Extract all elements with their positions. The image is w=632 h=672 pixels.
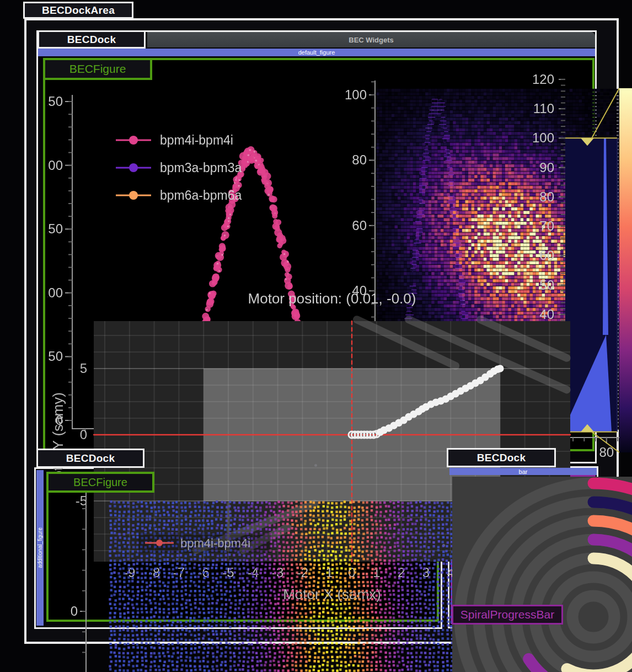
top-figure-label: BECFigure xyxy=(43,58,152,80)
bottom-left-figure-label: BECFigure xyxy=(46,472,154,493)
top-dock-subtitle-text: default_figure xyxy=(298,49,335,56)
bottom-right-dock-subtitle-bar[interactable]: bar xyxy=(449,468,597,475)
spiral-widget-label-text: SpiralProgressBar xyxy=(460,608,554,621)
top-dock-title-bar[interactable]: BEC Widgets xyxy=(147,32,595,47)
bottom-left-dock-label: BECDock xyxy=(36,449,144,468)
bottom-left-dock-label-text: BECDock xyxy=(66,452,115,465)
top-figure-label-text: BECFigure xyxy=(69,62,126,76)
spiral-progress-bar[interactable] xyxy=(452,477,632,672)
top-dock-label-text: BECDock xyxy=(67,34,116,46)
bottom-left-dock-subtitle-text: additional_figure xyxy=(37,527,43,568)
bottom-right-dock-label-text: BECDock xyxy=(477,452,526,464)
top-dock-subtitle-bar[interactable]: default_figure xyxy=(38,49,595,56)
bottom-right-dock-label: BECDock xyxy=(447,448,556,467)
dock-area-label-text: BECDockArea xyxy=(42,4,115,17)
bottom-left-figure-label-text: BECFigure xyxy=(73,476,127,489)
bottom-right-dock-subtitle-text: bar xyxy=(519,468,528,475)
top-dock-label: BECDock xyxy=(38,30,146,49)
dock-area-label: BECDockArea xyxy=(23,2,133,19)
top-dock-title-text: BEC Widgets xyxy=(349,36,394,44)
spiral-widget-label: SpiralProgressBar xyxy=(452,605,563,625)
bottom-left-dock-side-bar[interactable]: additional_figure xyxy=(36,470,44,626)
horizontal-splitter-dot[interactable] xyxy=(314,464,317,467)
